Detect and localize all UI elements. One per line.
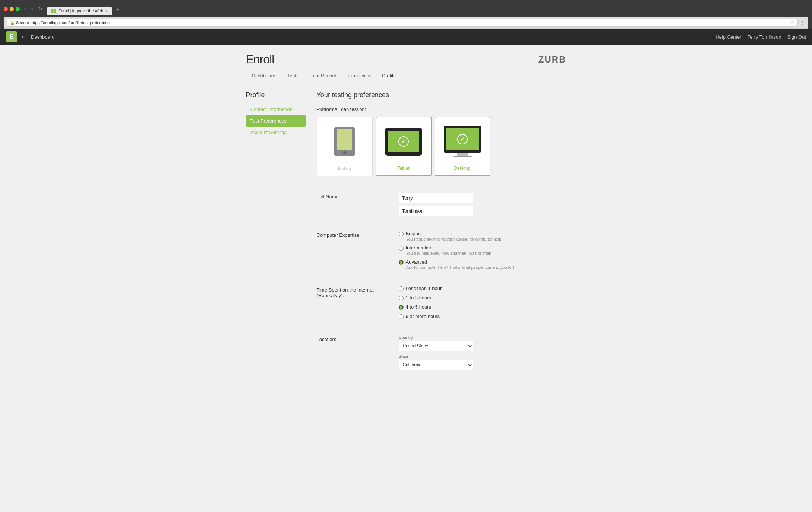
browser-menu-icon[interactable]: ⋮ [800, 20, 805, 26]
tablet-device-icon: ✓ [385, 128, 422, 156]
header-right: Help Center Terry Tomlinson Sign Out [715, 34, 806, 40]
address-bar-row: 🔒 Secure https://enrollapp.com/profile/t… [4, 17, 808, 29]
time-option-6plus: 6 or more hours [399, 314, 566, 319]
expertise-label-advanced[interactable]: Advanced [399, 259, 566, 265]
expertise-text-advanced: Advanced [406, 259, 427, 265]
time-label-6plus[interactable]: 6 or more hours [399, 314, 566, 319]
time-label-1to3[interactable]: 1 to 3 hours [399, 295, 566, 300]
first-name-input[interactable] [399, 193, 473, 203]
maximize-window-button[interactable] [16, 7, 20, 11]
country-select[interactable]: United States [399, 341, 473, 351]
sidebar-item-test-preferences[interactable]: Test Preferences [246, 115, 306, 127]
expertise-radio-intermediate[interactable] [399, 246, 404, 251]
tab-financials[interactable]: Financials [342, 70, 376, 82]
state-label: State [399, 354, 566, 359]
desktop-stand [457, 153, 468, 156]
tab-title: Enroll | Improve the Web [58, 9, 103, 13]
expertise-label-intermediate[interactable]: Intermediate [399, 245, 566, 251]
secure-icon: 🔒 [10, 21, 15, 25]
tab-dashboard[interactable]: Dashboard [246, 70, 282, 82]
active-tab[interactable]: E Enroll | Improve the Web × [47, 7, 112, 15]
time-text-6plus: 6 or more hours [406, 314, 440, 319]
expertise-option-intermediate: Intermediate You ask help every now and … [399, 245, 566, 255]
forward-button[interactable]: › [30, 5, 35, 13]
full-name-row: Full Name: [317, 187, 566, 225]
logo-dropdown-arrow[interactable]: ▾ [22, 35, 23, 39]
time-text-less1: Less than 1 hour [406, 286, 442, 291]
time-label-less1[interactable]: Less than 1 hour [399, 286, 566, 291]
time-fields: Less than 1 hour 1 to 3 hours [399, 286, 566, 323]
expertise-text-beginner: Beginner [406, 231, 425, 236]
mobile-screen [337, 129, 352, 150]
refresh-button[interactable]: ↻ [37, 5, 44, 13]
address-bar[interactable]: 🔒 Secure https://enrollapp.com/profile/t… [7, 19, 798, 27]
platform-card-mobile[interactable]: Mobile [317, 117, 373, 176]
time-internet-label: Time Spent on the Internet (Hours/Day): [317, 286, 399, 323]
tab-test-record[interactable]: Test Record [304, 70, 342, 82]
time-label-4to5[interactable]: 4 to 5 hours [399, 304, 566, 310]
location-fields: Country United States State California [399, 335, 566, 373]
desktop-device-icon: ✓ [444, 126, 481, 157]
branding-row: Enroll ZURB [246, 53, 566, 70]
state-group: State California [399, 354, 566, 370]
secure-label: Secure [16, 20, 29, 25]
sidebar-item-account-settings[interactable]: Account Settings [246, 127, 306, 138]
platform-label-desktop: Desktop [454, 166, 470, 171]
time-radio-1to3[interactable] [399, 296, 404, 300]
help-center-link[interactable]: Help Center [715, 34, 741, 40]
sign-out-link[interactable]: Sign Out [787, 34, 806, 40]
platforms-grid: Mobile ✓ Tablet [317, 117, 566, 176]
minimize-window-button[interactable] [10, 7, 14, 11]
expertise-fields: Beginner You frequently find yourself as… [399, 231, 566, 273]
main-layout: Profile Contact Information Test Prefere… [246, 91, 566, 379]
back-button[interactable]: ‹ [23, 5, 28, 13]
app-header: E ▾ Dashboard Help Center Terry Tomlinso… [0, 29, 812, 45]
address-text: https://enrollapp.com/profile/test-prefe… [31, 20, 112, 25]
tab-tests[interactable]: Tests [281, 70, 304, 82]
expertise-radio-advanced[interactable] [399, 260, 404, 265]
platform-label-mobile: Mobile [338, 166, 351, 171]
desktop-screen: ✓ [446, 128, 479, 150]
new-tab-button[interactable]: + [113, 4, 122, 15]
expertise-label-beginner[interactable]: Beginner [399, 231, 566, 236]
brand-zurb: ZURB [538, 54, 566, 65]
full-name-fields [399, 193, 566, 219]
state-select[interactable]: California [399, 360, 473, 370]
time-internet-row: Time Spent on the Internet (Hours/Day): … [317, 280, 566, 329]
tablet-check-icon: ✓ [398, 136, 409, 147]
desktop-icon-wrap: ✓ [435, 117, 490, 166]
tab-profile[interactable]: Profile [376, 70, 402, 82]
expertise-radio-beginner[interactable] [399, 232, 404, 236]
expertise-desc-intermediate: You ask help every now and then, but not… [406, 251, 566, 255]
platform-card-desktop[interactable]: ✓ Desktop [435, 117, 490, 176]
desktop-frame: ✓ [444, 126, 481, 153]
dashboard-nav-item[interactable]: Dashboard [28, 33, 58, 41]
sidebar: Profile Contact Information Test Prefere… [246, 91, 306, 379]
bookmark-icon[interactable]: ☆ [790, 20, 794, 25]
time-radio-less1[interactable] [399, 286, 404, 291]
tablet-screen: ✓ [388, 131, 419, 152]
tab-close-button[interactable]: × [105, 9, 108, 13]
tab-bar: E Enroll | Improve the Web × + [47, 4, 122, 15]
location-label: Location: [317, 335, 399, 373]
app-logo[interactable]: E [6, 31, 17, 42]
time-text-1to3: 1 to 3 hours [406, 295, 432, 300]
sidebar-item-contact-info[interactable]: Contact Information [246, 104, 306, 115]
browser-chrome: ‹ › ↻ E Enroll | Improve the Web × + 🔒 S… [0, 0, 812, 29]
expertise-option-advanced: Advanced Ask for computer help? That's w… [399, 259, 566, 270]
user-name-link[interactable]: Terry Tomlinson [748, 34, 781, 40]
platform-label-tablet: Tablet [397, 166, 409, 171]
platform-card-tablet[interactable]: ✓ Tablet [376, 117, 432, 176]
main-content: Your testing preferences Platforms I can… [317, 91, 566, 379]
close-window-button[interactable] [4, 7, 8, 11]
computer-expertise-label: Computer Expertise: [317, 231, 399, 273]
mobile-home-button [343, 151, 346, 154]
browser-nav: ‹ › ↻ [23, 5, 44, 13]
last-name-input[interactable] [399, 206, 473, 216]
content-area: Enroll ZURB Dashboard Tests Test Record … [238, 45, 574, 387]
time-radio-4to5[interactable] [399, 305, 404, 310]
sidebar-title: Profile [246, 91, 306, 99]
time-radio-6plus[interactable] [399, 314, 404, 319]
full-name-label: Full Name: [317, 193, 399, 219]
location-row: Location: Country United States State Ca… [317, 329, 566, 379]
